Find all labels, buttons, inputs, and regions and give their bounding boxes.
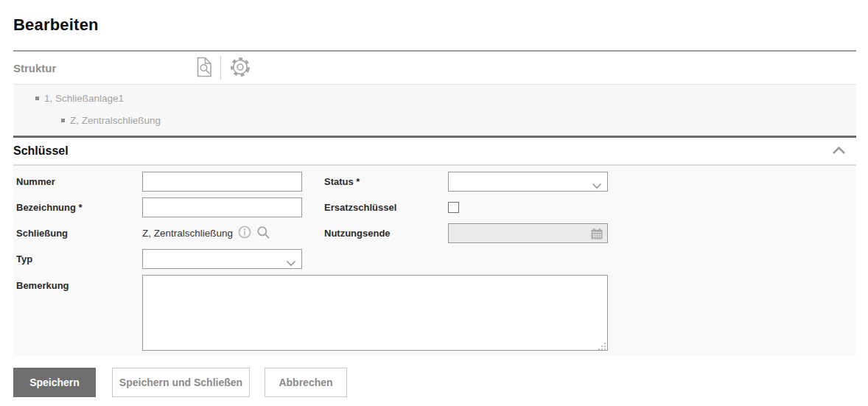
- chevron-up-icon: [832, 146, 846, 157]
- form-row-4: Typ: [13, 249, 856, 269]
- bemerkung-textarea[interactable]: [142, 275, 608, 351]
- page-title: Bearbeiten: [13, 15, 856, 35]
- schliessung-field: Z, Zentralschließung: [142, 225, 302, 242]
- search-icon: [256, 225, 270, 242]
- tree-bullet-icon: [61, 119, 65, 122]
- schliessung-value: Z, Zentralschließung: [142, 228, 233, 239]
- page-header: Bearbeiten: [13, 0, 856, 52]
- bemerkung-label: Bemerkung: [13, 275, 142, 291]
- struktur-title: Struktur: [13, 62, 195, 74]
- nutzungsende-label: Nutzungsende: [324, 228, 448, 239]
- toolbar-divider: [220, 56, 221, 80]
- calendar-icon: [591, 228, 603, 242]
- bemerkung-field: [142, 275, 608, 354]
- tree-bullet-icon: [35, 97, 39, 100]
- gear-icon: [229, 56, 251, 80]
- form-row-1: Nummer Status *: [13, 172, 856, 192]
- cancel-button[interactable]: Abbrechen: [265, 368, 347, 397]
- info-icon: [238, 225, 251, 241]
- form-row-5: Bemerkung: [13, 275, 856, 354]
- ersatzschluessel-label: Ersatzschlüssel: [324, 202, 448, 213]
- schluessel-form: Nummer Status * Bezeichnung * Ersatzschl…: [13, 166, 856, 356]
- status-select[interactable]: [448, 172, 608, 192]
- preview-button[interactable]: [195, 57, 214, 80]
- chevron-down-icon: [592, 179, 602, 192]
- chevron-down-icon: [286, 256, 296, 270]
- schliessung-info-button[interactable]: [238, 225, 251, 241]
- resize-grip-icon[interactable]: [604, 349, 606, 350]
- nummer-label: Nummer: [13, 176, 142, 187]
- form-row-3: Schließung Z, Zentralschließung: [13, 223, 856, 243]
- tree-item-label: Z, Zentralschließung: [70, 115, 161, 126]
- schliessung-label: Schließung: [13, 228, 142, 239]
- struktur-header: Struktur: [13, 52, 856, 84]
- tree-item-zentralschliessung[interactable]: Z, Zentralschließung: [13, 110, 856, 132]
- struktur-tree: 1, Schließanlage1 Z, Zentralschließung: [13, 84, 856, 136]
- schluessel-section-header: Schlüssel: [13, 138, 856, 166]
- tree-item-schliessanlage[interactable]: 1, Schließanlage1: [13, 88, 856, 110]
- bezeichnung-input[interactable]: [142, 197, 302, 217]
- section-title: Schlüssel: [13, 144, 69, 158]
- ersatzschluessel-checkbox[interactable]: [448, 202, 459, 213]
- schliessung-search-button[interactable]: [256, 225, 270, 242]
- save-button[interactable]: Speichern: [13, 368, 96, 397]
- page: Bearbeiten Struktur: [0, 0, 868, 406]
- nummer-input[interactable]: [142, 172, 302, 192]
- form-row-2: Bezeichnung * Ersatzschlüssel: [13, 197, 856, 217]
- tree-item-label: 1, Schließanlage1: [44, 93, 124, 104]
- typ-select[interactable]: [142, 249, 302, 269]
- bezeichnung-label: Bezeichnung *: [13, 202, 142, 213]
- save-and-close-button[interactable]: Speichern und Schließen: [112, 368, 250, 397]
- settings-button[interactable]: [229, 56, 251, 80]
- collapse-section-button[interactable]: [830, 144, 847, 158]
- nutzungsende-input: [448, 223, 608, 243]
- action-buttons: Speichern Speichern und Schließen Abbrec…: [13, 356, 856, 397]
- status-label: Status *: [324, 176, 448, 187]
- typ-label: Typ: [13, 253, 142, 265]
- document-search-icon: [195, 57, 214, 80]
